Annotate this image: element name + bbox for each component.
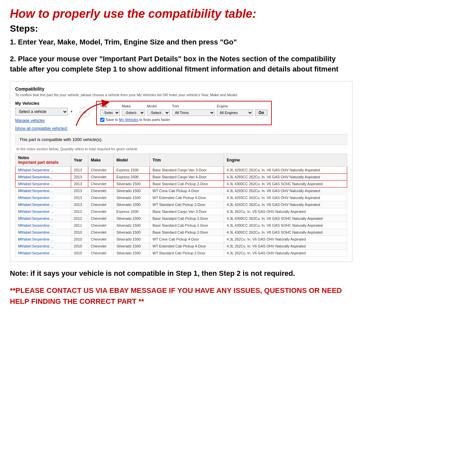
model-cell: Silverado 1500 bbox=[114, 194, 150, 201]
dropdown-arrow-icon: ▼ bbox=[70, 110, 73, 113]
trim-cell: Base Standard Cargo Van 3-Door bbox=[150, 208, 224, 215]
table-row: Mfrlabel:Serpentine ...2013ChevroletSilv… bbox=[15, 187, 347, 194]
table-row: Mfrlabel:Serpentine ...2010ChevroletSilv… bbox=[15, 249, 347, 256]
model-cell: Silverado 1500 bbox=[114, 222, 150, 229]
or-circle: or bbox=[80, 107, 90, 117]
year-select[interactable]: -Select- bbox=[100, 109, 120, 116]
model-label: Model bbox=[147, 104, 170, 108]
steps-label: Steps: bbox=[10, 23, 352, 34]
make-cell: Chevrolet bbox=[88, 187, 114, 194]
notes-cell: Mfrlabel:Serpentine ... bbox=[15, 194, 71, 201]
table-row: Mfrlabel:Serpentine ...2011ChevroletSilv… bbox=[15, 222, 347, 229]
notes-cell: Mfrlabel:Serpentine ... bbox=[15, 201, 71, 208]
year-cell: 2013 bbox=[71, 194, 88, 201]
notes-cell: Mfrlabel:Serpentine ... bbox=[15, 208, 71, 215]
year-label: Year bbox=[100, 104, 120, 108]
year-cell: 2013 bbox=[71, 173, 88, 180]
manage-vehicles-link[interactable]: Manage vehicles bbox=[15, 118, 73, 123]
trim-label: Trim bbox=[172, 104, 215, 108]
year-cell: 2010 bbox=[71, 243, 88, 249]
model-select[interactable]: -Select- bbox=[147, 109, 170, 116]
trim-cell: Base Standard Cargo Van 3-Door bbox=[150, 166, 224, 173]
note-text: Note: if it says your vehicle is not com… bbox=[10, 269, 352, 279]
save-label: Save to My Vehicles to finds parts faste… bbox=[106, 118, 170, 122]
trim-cell: Base Standard Cab Pickup 2-Door bbox=[150, 180, 224, 187]
engine-cell: 4.3L 4293CC 262Cu. In. V6 GAS OHV Natura… bbox=[224, 187, 347, 194]
trim-cell: WT Crew Cab Pickup 4-Door bbox=[150, 187, 224, 194]
notes-cell: Mfrlabel:Serpentine ... bbox=[15, 215, 71, 222]
trim-cell: WT Crew Cab Pickup 4-Door bbox=[150, 236, 224, 243]
notes-cell: Mfrlabel:Serpentine ... bbox=[15, 243, 71, 249]
year-cell: 2013 bbox=[71, 180, 88, 187]
engine-cell: 4.3L 4293CC 262Cu. In. V6 GAS OHV Natura… bbox=[224, 166, 347, 173]
make-cell: Chevrolet bbox=[88, 215, 114, 222]
step1-text: 1. Enter Year, Make, Model, Trim, Engine… bbox=[10, 37, 352, 47]
make-cell: Chevrolet bbox=[88, 194, 114, 201]
trim-cell: Base Standard Cab Pickup 2-Door bbox=[150, 229, 224, 236]
my-vehicles-link[interactable]: My Vehicles bbox=[119, 118, 138, 122]
make-cell: Chevrolet bbox=[88, 166, 114, 173]
make-select[interactable]: -Select- bbox=[122, 109, 145, 116]
notes-cell: Mfrlabel:Serpentine ... bbox=[15, 187, 71, 194]
engine-cell: 4.3L 4300CC 262Cu. In. V6 GAS SOHC Natur… bbox=[224, 229, 347, 236]
model-cell: Silverado 1500 bbox=[114, 215, 150, 222]
make-cell: Chevrolet bbox=[88, 243, 114, 249]
model-cell: Silverado 1500 bbox=[114, 229, 150, 236]
engine-select[interactable]: All Engines bbox=[217, 109, 253, 116]
contact-text: **PLEASE CONTACT US VIA EBAY MESSAGE IF … bbox=[10, 285, 352, 307]
engine-cell: 4.3L 262Cu. In. V6 GAS OHV Naturally Asp… bbox=[224, 236, 347, 243]
make-cell: Chevrolet bbox=[88, 208, 114, 215]
notes-cell: Mfrlabel:Serpentine ... bbox=[15, 229, 71, 236]
make-cell: Chevrolet bbox=[88, 173, 114, 180]
model-cell: Express 1500 bbox=[114, 166, 150, 173]
main-title: How to properly use the compatibility ta… bbox=[10, 7, 352, 21]
compat-note: In the notes section below, Quantity ref… bbox=[15, 147, 347, 151]
engine-cell: 4.3L 4293CC 262Cu. In. V6 GAS OHV Natura… bbox=[224, 201, 347, 208]
ymm-form-box: Year Make Model Trim Engine -Select- -Se… bbox=[96, 101, 272, 125]
notes-cell: Mfrlabel:Serpentine ... bbox=[15, 180, 71, 187]
table-row: Mfrlabel:Serpentine ...2013ChevroletSilv… bbox=[15, 201, 347, 208]
year-cell: 2013 bbox=[71, 187, 88, 194]
table-row: Mfrlabel:Serpentine ...2012ChevroletExpr… bbox=[15, 208, 347, 215]
make-cell: Chevrolet bbox=[88, 236, 114, 243]
model-cell: Silverado 1500 bbox=[114, 249, 150, 256]
engine-cell: 4.3L 262Cu. In. V6 GAS OHV Naturally Asp… bbox=[224, 249, 347, 256]
model-cell: Express 1500 bbox=[114, 173, 150, 180]
trim-cell: WT Standard Cab Pickup 2-Door bbox=[150, 249, 224, 256]
model-cell: Silverado 1500 bbox=[114, 187, 150, 194]
col-make: Make bbox=[88, 154, 114, 166]
table-row: Mfrlabel:Serpentine ...2012ChevroletSilv… bbox=[15, 215, 347, 222]
show-all-link[interactable]: [show all compatible vehicles] bbox=[15, 126, 73, 131]
col-notes: Notes Important part details bbox=[15, 154, 71, 166]
compat-info-bar: This part is compatible with 1000 vehicl… bbox=[15, 134, 347, 145]
year-cell: 2011 bbox=[71, 222, 88, 229]
model-cell: Silverado 1500 bbox=[114, 243, 150, 249]
trim-cell: WT Standard Cab Pickup 2-Door bbox=[150, 201, 224, 208]
engine-label: Engine bbox=[217, 104, 253, 108]
model-cell: Silverado 1500 bbox=[114, 180, 150, 187]
year-cell: 2013 bbox=[71, 201, 88, 208]
my-vehicles-section: My Vehicles Select a vehicle ▼ Manage ve… bbox=[15, 101, 73, 131]
col-year: Year bbox=[71, 154, 88, 166]
engine-cell: 4.3L 4293CC 262Cu. In. V6 GAS OHV Natura… bbox=[224, 173, 347, 180]
engine-cell: 4.3L 4300CC 262Cu. In. V6 GAS SOHC Natur… bbox=[224, 180, 347, 187]
engine-cell: 4.3L 262Cu. In. V6 GAS OHV Naturally Asp… bbox=[224, 208, 347, 215]
year-cell: 2010 bbox=[71, 236, 88, 243]
step2-text: 2. Place your mouse over "Important Part… bbox=[10, 54, 352, 74]
go-button[interactable]: Go bbox=[255, 109, 268, 116]
year-cell: 2013 bbox=[71, 166, 88, 173]
vehicle-select[interactable]: Select a vehicle bbox=[15, 108, 68, 116]
table-row: Mfrlabel:Serpentine...2013ChevroletExpre… bbox=[15, 173, 347, 180]
save-checkbox[interactable] bbox=[100, 118, 104, 122]
trim-cell: WT Extended Cab Pickup 4-Door bbox=[150, 243, 224, 249]
engine-cell: 4.3L 4293CC 262Cu. In. V6 GAS OHV Natura… bbox=[224, 194, 347, 201]
trim-select[interactable]: All Trims bbox=[172, 109, 215, 116]
year-cell: 2012 bbox=[71, 215, 88, 222]
engine-cell: 4.3L 4300CC 262Cu. In. V6 GAS SOHC Natur… bbox=[224, 215, 347, 222]
table-row: Mfrlabel:Serpentine ...2013ChevroletSilv… bbox=[15, 180, 347, 187]
col-engine: Engine bbox=[224, 154, 347, 166]
table-row: Mfrlabel:Serpentine ...2010ChevroletSilv… bbox=[15, 236, 347, 243]
compat-title: Compatibility bbox=[15, 86, 347, 92]
trim-cell: Base Standard Cab Pickup 2-Door bbox=[150, 215, 224, 222]
notes-cell: Mfrlabel:Serpentine ... bbox=[15, 236, 71, 243]
